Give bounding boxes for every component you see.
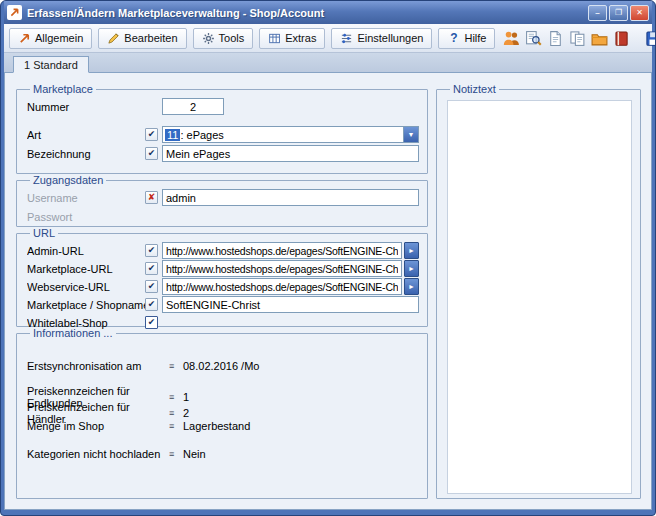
open-url-icon[interactable]: ►: [404, 278, 419, 295]
info-label: Erstsynchronisation am: [27, 360, 169, 372]
marketplace-url-row: Marketplace-URL ✔ ►: [27, 260, 419, 277]
tabstrip: 1 Standard: [4, 53, 652, 72]
shopname-label: Marketplace / Shopname: [27, 299, 145, 311]
webservice-url-row: Webservice-URL ✔ ►: [27, 278, 419, 295]
menubar: Allgemein Bearbeiten Tools Extras Einste…: [4, 24, 652, 53]
table-icon: [268, 32, 281, 45]
toolbar: [501, 28, 656, 48]
validate-check-icon[interactable]: ✔: [145, 128, 158, 141]
info-row: Preiskennzeichen für Endkunden ≡ 1: [27, 385, 419, 401]
passwort-fieldcell: [162, 208, 419, 225]
marketplace-url-input[interactable]: [162, 260, 402, 277]
info-row: Erstsynchronisation am ≡ 08.02.2016 /Mo: [27, 358, 419, 374]
list-bullet-icon: ≡: [169, 392, 183, 402]
notiztext-area[interactable]: [447, 100, 632, 494]
group-notiztext-title: Notiztext: [450, 83, 499, 95]
shopname-row: Marketplace / Shopname ✔: [27, 296, 419, 313]
menu-tools[interactable]: Tools: [193, 28, 254, 49]
webservice-url-fieldcell: ►: [162, 278, 419, 295]
close-button[interactable]: ✕: [630, 5, 649, 21]
book-icon[interactable]: [611, 28, 631, 48]
gear-icon: [202, 32, 215, 45]
art-combobox-value: 11 : ePages: [163, 127, 403, 142]
maximize-button[interactable]: ❐: [609, 5, 628, 21]
nummer-input[interactable]: [162, 98, 224, 115]
shopname-input[interactable]: [162, 296, 419, 313]
tab-standard[interactable]: 1 Standard: [13, 56, 89, 73]
group-informationen-title: Informationen ...: [30, 327, 116, 339]
validate-check-icon[interactable]: ✔: [145, 147, 158, 160]
admin-url-label: Admin-URL: [27, 245, 145, 257]
validate-check-icon[interactable]: ✔: [145, 298, 158, 311]
webservice-url-input[interactable]: [162, 278, 402, 295]
nummer-label: Nummer: [27, 101, 145, 113]
pencil-icon: [107, 32, 120, 45]
dialog-window: Erfassen/Ändern Marketplaceverwaltung - …: [0, 0, 656, 516]
dropdown-arrow-icon[interactable]: ▼: [403, 127, 418, 142]
info-row: Preiskennzeichen für Händler ≡ 2: [27, 401, 419, 417]
menu-bearbeiten[interactable]: Bearbeiten: [98, 28, 186, 49]
save-icon[interactable]: [643, 28, 656, 48]
art-selected-text: 11: [165, 129, 180, 141]
invalid-cross-icon[interactable]: ✘: [145, 191, 158, 204]
passwort-label: Passwort: [27, 211, 145, 223]
group-url-title: URL: [30, 227, 58, 239]
validate-check-icon[interactable]: ✔: [145, 280, 158, 293]
bezeichnung-input[interactable]: [162, 145, 419, 162]
passwort-row: Passwort: [27, 208, 419, 225]
menu-hilfe[interactable]: ? Hilfe: [438, 28, 495, 49]
menu-einstellungen[interactable]: Einstellungen: [331, 28, 432, 49]
list-bullet-icon: ≡: [169, 408, 183, 418]
question-icon: ?: [447, 32, 460, 45]
titlebar[interactable]: Erfassen/Ändern Marketplaceverwaltung - …: [4, 1, 652, 24]
menu-label: Einstellungen: [357, 32, 423, 44]
window-controls: – ❐ ✕: [588, 5, 649, 21]
users-icon[interactable]: [501, 28, 521, 48]
group-url: URL Admin-URL ✔ ► Marketplace-URL ✔: [16, 227, 428, 327]
info-value: 08.02.2016 /Mo: [183, 360, 419, 372]
copy-document-icon[interactable]: [567, 28, 587, 48]
list-bullet-icon: ≡: [169, 421, 183, 431]
menu-label: Extras: [285, 32, 316, 44]
content-panel: Marketplace Nummer Art ✔ 11 : ePages ▼: [4, 72, 652, 510]
username-input[interactable]: [162, 189, 419, 206]
art-fieldcell: 11 : ePages ▼: [162, 126, 419, 143]
info-value: Lagerbestand: [183, 420, 419, 432]
info-row: Kategorien nicht hochladen ≡ Nein: [27, 446, 419, 462]
group-informationen: Informationen ... Erstsynchronisation am…: [16, 327, 428, 499]
minimize-button[interactable]: –: [588, 5, 607, 21]
username-label: Username: [27, 192, 145, 204]
bezeichnung-label: Bezeichnung: [27, 148, 145, 160]
open-url-icon[interactable]: ►: [404, 260, 419, 277]
search-icon[interactable]: [523, 28, 543, 48]
passwort-input[interactable]: [162, 208, 419, 225]
info-label: Menge im Shop: [27, 420, 169, 432]
art-rest-text: : ePages: [180, 129, 223, 141]
folder-icon[interactable]: [589, 28, 609, 48]
art-combobox[interactable]: 11 : ePages ▼: [162, 126, 419, 143]
app-icon: [7, 5, 22, 20]
menu-extras[interactable]: Extras: [259, 28, 325, 49]
window-title: Erfassen/Ändern Marketplaceverwaltung - …: [27, 7, 583, 19]
nummer-row: Nummer: [27, 98, 419, 115]
validate-check-icon[interactable]: ✔: [145, 244, 158, 257]
new-document-icon[interactable]: [545, 28, 565, 48]
shopname-fieldcell: [162, 296, 419, 313]
group-notiztext: Notiztext: [436, 83, 641, 499]
admin-url-input[interactable]: [162, 242, 402, 259]
bezeichnung-row: Bezeichnung ✔: [27, 145, 419, 162]
sliders-icon: [340, 32, 353, 45]
menu-label: Tools: [219, 32, 245, 44]
open-url-icon[interactable]: ►: [404, 242, 419, 259]
group-zugangsdaten-title: Zugangsdaten: [30, 174, 106, 186]
info-row: Menge im Shop ≡ Lagerbestand: [27, 418, 419, 434]
menu-label: Bearbeiten: [124, 32, 177, 44]
admin-url-fieldcell: ►: [162, 242, 419, 259]
list-bullet-icon: ≡: [169, 449, 183, 459]
menu-label: Allgemein: [35, 32, 83, 44]
menu-allgemein[interactable]: Allgemein: [9, 28, 92, 49]
art-row: Art ✔ 11 : ePages ▼: [27, 126, 419, 143]
marketplace-url-label: Marketplace-URL: [27, 263, 145, 275]
validate-check-icon[interactable]: ✔: [145, 262, 158, 275]
menu-label: Hilfe: [464, 32, 486, 44]
